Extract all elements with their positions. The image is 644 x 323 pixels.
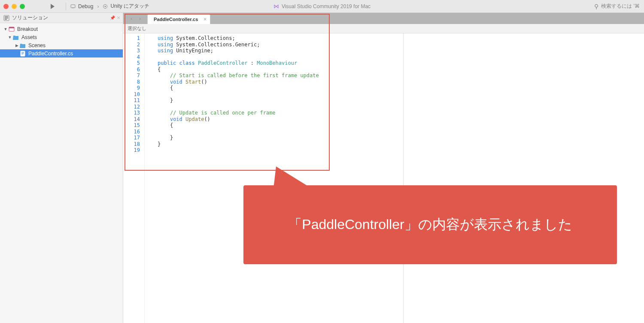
chevron-right-icon: › — [97, 3, 99, 9]
line-number: 19 — [125, 147, 140, 154]
svg-rect-7 — [5, 19, 7, 20]
tree-item-breakout[interactable]: ▼Breakout — [0, 25, 123, 33]
breadcrumb-bar[interactable]: 選択なし — [123, 24, 644, 33]
line-number: 16 — [125, 129, 140, 135]
close-panel-icon[interactable]: ✕ — [117, 15, 120, 20]
annotation-callout: 「PaddleController」の内容が表示されました — [243, 185, 617, 264]
code-line[interactable]: using System.Collections; — [158, 35, 644, 42]
code-body[interactable]: using System.Collections;using System.Co… — [145, 33, 644, 323]
solution-icon — [3, 15, 9, 21]
line-number: 7 — [125, 72, 140, 79]
line-number: 10 — [125, 91, 140, 98]
tree-item-assets[interactable]: ▼Assets — [0, 33, 123, 41]
run-configuration[interactable]: Debug › Unity にアタッチ — [70, 3, 149, 10]
nav-forward-button[interactable]: › — [136, 15, 144, 22]
code-line[interactable] — [158, 147, 644, 154]
tree-item-paddlecontroller-cs[interactable]: PaddleController.cs — [0, 49, 123, 57]
close-tab-button[interactable]: × — [204, 16, 207, 22]
minimap-divider — [403, 33, 404, 323]
minimize-window-button[interactable] — [12, 4, 17, 9]
line-number-gutter: 12345678910111213141516171819 — [123, 33, 145, 323]
tree-item-scenes[interactable]: ▶Scenes — [0, 41, 123, 49]
code-line[interactable]: void Update() — [158, 116, 644, 123]
file-tab[interactable]: PaddleController.cs × — [147, 14, 210, 24]
line-number: 17 — [125, 135, 140, 141]
window-controls — [3, 4, 25, 9]
run-button[interactable] — [51, 4, 55, 9]
code-line[interactable]: } — [158, 97, 644, 104]
nav-back-button[interactable]: ‹ — [128, 15, 135, 22]
code-editor[interactable]: 12345678910111213141516171819 using Syst… — [123, 33, 644, 323]
solution-tree: ▼Breakout▼Assets▶ScenesPaddleController.… — [0, 23, 123, 59]
panel-title: ソリューション — [12, 14, 48, 21]
code-line[interactable]: { — [158, 85, 644, 91]
code-line[interactable]: } — [158, 135, 644, 141]
code-line[interactable] — [158, 54, 644, 60]
line-number: 4 — [125, 54, 140, 60]
svg-rect-10 — [21, 51, 25, 56]
code-line[interactable]: void Start() — [158, 79, 644, 85]
code-line[interactable] — [158, 129, 644, 135]
close-window-button[interactable] — [3, 4, 9, 9]
callout-text: 「PaddleController」の内容が表示されました — [288, 215, 572, 234]
folder-icon — [13, 34, 19, 40]
line-number: 5 — [125, 60, 140, 66]
tree-item-label: PaddleController.cs — [28, 51, 73, 57]
tab-filename: PaddleController.cs — [154, 17, 198, 22]
tree-item-label: Assets — [21, 34, 37, 40]
svg-rect-5 — [5, 16, 8, 17]
line-number: 15 — [125, 122, 140, 129]
callout-arrow — [273, 166, 323, 196]
code-line[interactable]: // Update is called once per frame — [158, 110, 644, 116]
line-number: 3 — [125, 48, 140, 54]
code-line[interactable] — [158, 91, 644, 98]
config-name: Debug — [78, 3, 93, 9]
code-line[interactable]: public class PaddleController : MonoBeha… — [158, 60, 644, 66]
line-number: 6 — [125, 66, 140, 73]
tree-item-label: Breakout — [17, 26, 38, 32]
disclosure-icon: ▼ — [8, 35, 12, 39]
search-area[interactable]: ⚲ 検索するには '⌘ — [594, 3, 640, 10]
code-line[interactable]: } — [158, 141, 644, 148]
editor-area: ‹ › PaddleController.cs × 選択なし 123456789… — [123, 13, 644, 323]
project-icon — [9, 26, 15, 32]
line-number: 14 — [125, 116, 140, 123]
code-line[interactable]: using System.Collections.Generic; — [158, 42, 644, 48]
code-line[interactable]: using UnityEngine; — [158, 48, 644, 54]
search-hint: 検索するには '⌘ — [601, 3, 640, 10]
solution-panel-header: ソリューション 📌 ✕ — [0, 13, 123, 23]
panel-header-actions: 📌 ✕ — [110, 15, 120, 20]
separator — [66, 3, 66, 10]
line-number: 9 — [125, 85, 140, 91]
svg-rect-6 — [5, 18, 8, 18]
app-title-text: Visual Studio Community 2019 for Mac — [282, 3, 371, 9]
line-number: 13 — [125, 110, 140, 116]
window-title: ⋈ Visual Studio Community 2019 for Mac — [273, 3, 371, 9]
svg-rect-9 — [9, 27, 14, 28]
line-number: 8 — [125, 79, 140, 85]
line-number: 1 — [125, 35, 140, 42]
code-line[interactable]: // Start is called before the first fram… — [158, 72, 644, 79]
visual-studio-icon: ⋈ — [273, 3, 279, 9]
line-number: 12 — [125, 104, 140, 110]
toolbar: Debug › Unity にアタッチ ⋈ Visual Studio Comm… — [0, 0, 644, 13]
breadcrumb-text: 選択なし — [128, 25, 146, 32]
pin-icon[interactable]: 📌 — [110, 15, 115, 20]
tree-item-label: Scenes — [28, 42, 46, 48]
svg-rect-0 — [71, 5, 75, 8]
disclosure-icon — [15, 51, 19, 56]
code-line[interactable] — [158, 104, 644, 110]
target-icon — [103, 4, 108, 9]
svg-rect-1 — [72, 8, 74, 8]
device-icon — [70, 4, 76, 9]
zoom-window-button[interactable] — [20, 4, 25, 9]
search-icon: ⚲ — [594, 3, 598, 10]
disclosure-icon: ▶ — [15, 43, 19, 48]
code-line[interactable]: { — [158, 66, 644, 73]
tab-navigation: ‹ › — [126, 13, 146, 24]
file-icon — [20, 51, 26, 57]
folder-icon — [20, 42, 26, 48]
tab-strip: ‹ › PaddleController.cs × — [123, 13, 644, 24]
code-line[interactable]: { — [158, 122, 644, 129]
line-number: 18 — [125, 141, 140, 148]
